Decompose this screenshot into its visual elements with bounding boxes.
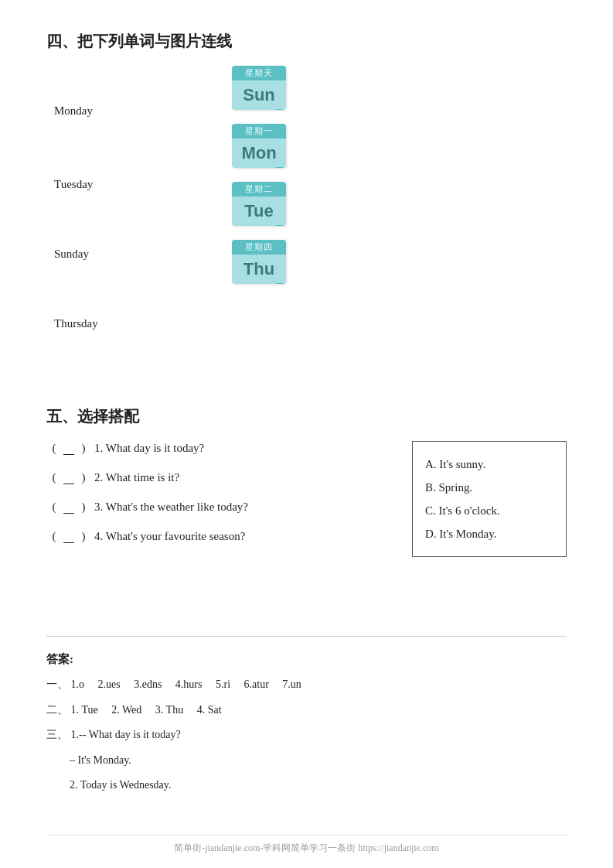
section4: 四、把下列单词与图片连线 星期天 Sun 星期一 Mon 星期二 Tue <box>46 31 567 375</box>
option-b: B. Spring. <box>425 476 553 499</box>
calendar-card-tue: 星期二 Tue <box>232 182 286 226</box>
section5-title: 五、选择搭配 <box>46 406 567 427</box>
answer-line3-q2: 2. Today is Wednesday. <box>70 775 567 796</box>
word-monday: Monday <box>54 104 93 118</box>
card-top-1: 星期天 <box>232 66 286 80</box>
card-top-4: 星期四 <box>232 240 286 255</box>
option-d: D. It's Monday. <box>425 522 553 545</box>
blank-1 <box>63 441 74 455</box>
calendar-card-mon: 星期一 Mon <box>232 124 286 168</box>
option-a: A. It's sunny. <box>425 453 553 476</box>
answer-title: 答案: <box>46 652 567 667</box>
word-thursday: Thursday <box>54 317 98 330</box>
q1-text: 1. What day is it today? <box>94 442 204 455</box>
question-row-2: ( ) 2. What time is it? <box>46 470 389 484</box>
answer-line2: 二、 1. Tue 2. Wed 3. Thu 4. Sat <box>46 700 567 721</box>
option-c: C. It's 6 o'clock. <box>425 499 553 522</box>
q4-text: 4. What's your favourite season? <box>94 530 245 543</box>
blank-3 <box>63 500 74 514</box>
calendar-card-thu: 星期四 Thu <box>232 240 286 284</box>
card-bottom-1: Sun <box>232 80 286 110</box>
calendar-card-sun: 星期天 Sun <box>232 66 286 110</box>
card-bottom-2: Mon <box>232 138 286 168</box>
footer-text: 简单街-jiandanjie.com-学科网简单学习一条街 https://ji… <box>46 842 567 855</box>
section5: 五、选择搭配 ( ) 1. What day is it today? ( ) … <box>46 406 567 559</box>
paren-1: ( <box>46 442 62 455</box>
card-top-2: 星期一 <box>232 124 286 138</box>
word-sunday: Sunday <box>54 248 89 261</box>
paren-2: ( <box>46 471 62 484</box>
paren-3: ( <box>46 501 62 514</box>
paren-close-1: ) <box>76 442 91 455</box>
paren-close-2: ) <box>76 471 91 484</box>
section4-title: 四、把下列单词与图片连线 <box>46 31 567 52</box>
card-bottom-3: Tue <box>232 196 286 226</box>
questions-area: ( ) 1. What day is it today? ( ) 2. What… <box>46 441 567 559</box>
paren-4: ( <box>46 530 62 543</box>
q3-text: 3. What's the weather like today? <box>94 501 248 514</box>
answer-line3: 三、 1.-- What day is it today? <box>46 725 567 746</box>
q2-text: 2. What time is it? <box>94 471 179 484</box>
answer-section: 答案: 一、 1.o 2.ues 3.edns 4.hurs 5.ri 6.at… <box>46 636 567 796</box>
paren-close-4: ) <box>76 530 91 543</box>
question-row-3: ( ) 3. What's the weather like today? <box>46 500 389 514</box>
questions-list: ( ) 1. What day is it today? ( ) 2. What… <box>46 441 389 559</box>
blank-2 <box>63 470 74 484</box>
answer-line1: 一、 1.o 2.ues 3.edns 4.hurs 5.ri 6.atur 7… <box>46 675 567 695</box>
answers-options-box: A. It's sunny. B. Spring. C. It's 6 o'cl… <box>412 441 567 557</box>
word-tuesday: Tuesday <box>54 178 93 191</box>
answer-line3-a1: – It's Monday. <box>70 750 567 771</box>
question-row-4: ( ) 4. What's your favourite season? <box>46 529 389 543</box>
card-bottom-4: Thu <box>232 255 286 284</box>
card-top-3: 星期二 <box>232 182 286 196</box>
blank-4 <box>63 529 74 543</box>
question-row-1: ( ) 1. What day is it today? <box>46 441 389 455</box>
paren-close-3: ) <box>76 501 91 514</box>
